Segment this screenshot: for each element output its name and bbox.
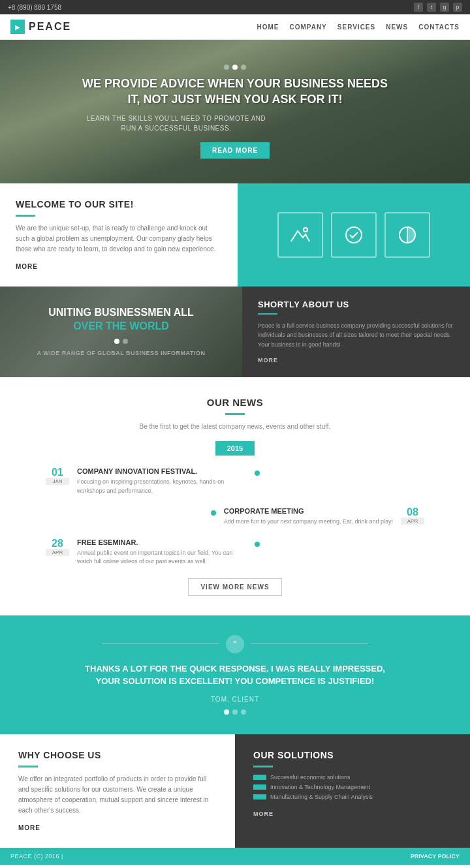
news-list: 01 JAN COMPANY INNOVATION FESTIVAL. Focu… [46,467,424,566]
nav-home[interactable]: HOME [257,23,279,31]
hero-carousel-dots [78,65,392,70]
hero-content: WE PROVIDE ADVICE WHEN YOUR BUSINESS NEE… [78,65,392,159]
nav-contacts[interactable]: CONTACTS [418,23,460,31]
carousel-dot-2[interactable] [232,65,238,70]
carousel-dot-1[interactable] [224,65,229,70]
bottom-section: WHY CHOOSE US We offer an integrated por… [0,734,470,848]
mid-more-link[interactable]: MORE [258,357,278,364]
news-item-3: 28 APR FREE ESEMINAR. Annual public even… [46,538,424,566]
news-subtitle: Be the first to get the latest company n… [137,422,333,432]
testimonial-author: TOM, CLIENT [39,696,431,703]
half-circle-icon-box[interactable] [384,212,430,258]
news-item-title-2[interactable]: CORPORATE MEETING [224,507,393,515]
facebook-icon[interactable]: f [414,3,423,12]
news-year: 2015 [215,441,255,456]
solution-text-1: Successful economic solutions [270,774,351,781]
news-content-2: CORPORATE MEETING Add more fun to your n… [224,507,393,527]
welcome-text: We are the unique set-up, that is ready … [16,223,222,255]
mid-left: UNITING BUSINESSMEN ALL OVER THE WORLD A… [0,287,242,377]
welcome-section: WELCOME TO OUR SITE! We are the unique s… [0,183,470,287]
solutions-title: OUR SOLUTIONS [253,750,452,760]
testimonial-text: THANKS A LOT FOR THE QUICK RESPONSE. I W… [72,662,398,688]
phone-number: +8 (890) 880 1758 [8,4,61,11]
news-date-3: 28 APR [46,538,69,556]
hero-title: WE PROVIDE ADVICE WHEN YOUR BUSINESS NEE… [78,76,392,107]
mid-dot-1[interactable] [114,339,119,344]
why-choose-underline [18,766,38,767]
why-choose-us: WHY CHOOSE US We offer an integrated por… [0,734,235,848]
mid-right-title: SHORTLY ABOUT US [258,300,454,309]
news-section: OUR NEWS Be the first to get the latest … [0,377,470,615]
site-header: PEACE HOME COMPANY SERVICES NEWS CONTACT… [0,14,470,40]
solution-item-1: Successful economic solutions [253,774,452,781]
welcome-right [238,183,470,287]
privacy-policy-link[interactable]: PRIVACY POLICY [411,853,460,860]
top-bar: +8 (890) 880 1758 f t g p [0,0,470,14]
welcome-more-link[interactable]: MORE [16,263,38,270]
mid-carousel-dots [37,339,206,344]
solution-text-3: Manufacturing & Supply Chain Analysis [270,794,373,800]
logo-text: PEACE [29,21,71,33]
divider-left [102,643,219,644]
why-choose-more-link[interactable]: MORE [18,824,40,831]
testimonial-dot-2[interactable] [232,709,238,715]
check-circle-icon-box[interactable] [331,212,377,258]
quote-icon: " [226,635,244,653]
nav-company[interactable]: COMPANY [289,23,326,31]
news-dot-1 [255,471,260,476]
solution-bar-1 [253,775,266,780]
news-month-2: APR [401,518,424,525]
news-item-text-1: Focusing on inspiring presentations, key… [77,478,247,495]
logo[interactable]: PEACE [10,20,71,34]
site-footer: PEACE (C) 2016 | PRIVACY POLICY [0,848,470,865]
check-circle-icon [343,225,364,245]
testimonial-dot-3[interactable] [241,709,246,715]
welcome-left: WELCOME TO OUR SITE! We are the unique s… [0,183,238,287]
welcome-underline [16,215,35,217]
google-plus-icon[interactable]: g [440,3,449,12]
solutions-more-link[interactable]: MORE [253,811,274,817]
testimonial-dot-1[interactable] [224,709,229,715]
pinterest-icon[interactable]: p [453,3,462,12]
mid-right: SHORTLY ABOUT US Peace is a full service… [242,287,470,377]
solutions-underline [253,766,273,767]
news-item-title-1[interactable]: COMPANY INNOVATION FESTIVAL. [77,467,247,475]
nav-services[interactable]: SERVICES [337,23,375,31]
footer-copyright: PEACE (C) 2016 | [10,853,63,860]
news-item-text-2: Add more fun to your next company meetin… [224,518,393,527]
mountain-icon-box[interactable] [277,212,323,258]
twitter-icon[interactable]: t [427,3,436,12]
half-circle-icon [397,225,418,245]
divider-right [251,643,368,644]
news-item-text-3: Annual public event on important topics … [77,549,247,566]
mid-section: UNITING BUSINESSMEN ALL OVER THE WORLD A… [0,287,470,377]
hero-section: WE PROVIDE ADVICE WHEN YOUR BUSINESS NEE… [0,40,470,183]
hero-read-more-button[interactable]: READ MORE [200,142,270,159]
solution-text-2: Innovation & Technology Management [270,784,370,790]
nav-news[interactable]: NEWS [386,23,408,31]
news-content-1: COMPANY INNOVATION FESTIVAL. Focusing on… [77,467,247,495]
mid-left-title: UNITING BUSINESSMEN ALL OVER THE WORLD [37,306,206,333]
mid-dot-2[interactable] [123,339,128,344]
carousel-dot-3[interactable] [241,65,246,70]
solutions-list: Successful economic solutions Innovation… [253,774,452,800]
news-day-2: 08 [401,507,424,518]
mid-left-content: UNITING BUSINESSMEN ALL OVER THE WORLD A… [37,306,206,358]
news-month-3: APR [46,549,69,556]
news-dot-2 [211,510,216,516]
mid-title-line1: UNITING BUSINESSMEN ALL [48,307,194,318]
testimonial-dots [39,709,431,715]
news-title: OUR NEWS [26,397,444,408]
why-choose-text: We offer an integrated portfolio of prod… [18,774,217,816]
solution-item-2: Innovation & Technology Management [253,784,452,790]
view-more-news-button[interactable]: VIEW MORE NEWS [188,578,281,596]
news-item-2: 08 APR CORPORATE MEETING Add more fun to… [46,507,424,527]
mid-subtitle: A WIDE RANGE OF GLOBAL BUSINESS INFORMAT… [37,349,206,358]
logo-icon [10,20,25,34]
news-item-title-3[interactable]: FREE ESEMINAR. [77,538,247,546]
mid-right-underline [258,313,277,315]
news-item-1: 01 JAN COMPANY INNOVATION FESTIVAL. Focu… [46,467,424,495]
news-content-3: FREE ESEMINAR. Annual public event on im… [77,538,247,566]
mountain-icon [290,225,311,245]
news-date-1: 01 JAN [46,467,69,485]
